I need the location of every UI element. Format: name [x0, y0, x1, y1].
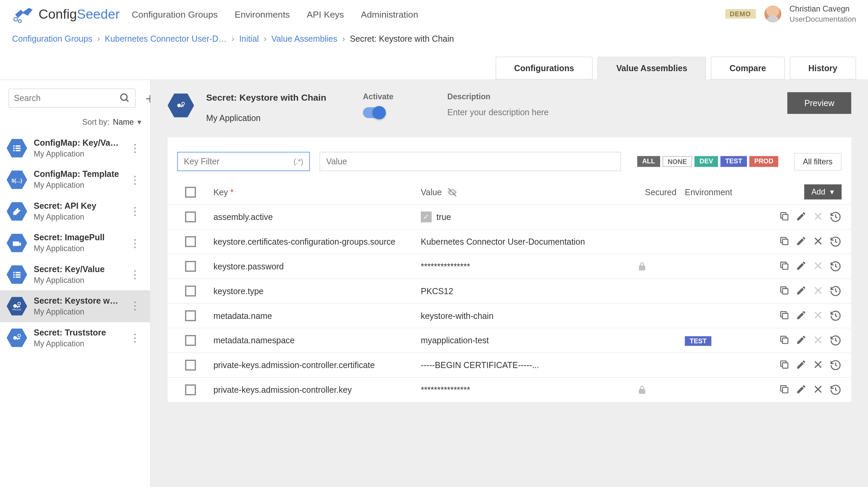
edit-icon[interactable] — [796, 384, 807, 396]
tab-value-assemblies[interactable]: Value Assemblies — [598, 57, 706, 80]
env-chip-test[interactable]: TEST — [721, 156, 747, 167]
history-icon[interactable] — [830, 260, 842, 272]
sidebar-item-0[interactable]: ConfigMap: Key/Value My Application ⋮ — [0, 133, 150, 164]
avatar[interactable] — [764, 6, 781, 23]
kebab-icon[interactable]: ⋮ — [126, 300, 144, 313]
row-checkbox[interactable] — [185, 286, 196, 297]
sidebar-item-1[interactable]: ${...} ConfigMap: Template My Applicatio… — [0, 164, 150, 196]
edit-icon[interactable] — [796, 285, 807, 297]
sidebar-item-5[interactable]: PKCS12 Secret: Keystore with … My Applic… — [0, 290, 150, 322]
copy-icon[interactable] — [779, 236, 790, 248]
kebab-icon[interactable]: ⋮ — [126, 205, 144, 218]
env-chip-dev[interactable]: DEV — [695, 156, 718, 167]
nav-administration[interactable]: Administration — [361, 9, 418, 19]
sidebar-item-title: Secret: Key/Value — [34, 264, 120, 275]
row-checkbox[interactable] — [185, 211, 196, 222]
edit-icon[interactable] — [796, 236, 807, 248]
copy-icon[interactable] — [779, 260, 790, 272]
sidebar-item-6[interactable]: Secret: Truststore My Application ⋮ — [0, 322, 150, 354]
row-checkbox[interactable] — [185, 384, 196, 395]
close-icon[interactable] — [813, 359, 824, 371]
sort-by[interactable]: Sort by: Name ▾ — [0, 113, 150, 133]
row-checkbox[interactable] — [185, 335, 196, 346]
env-chip-prod[interactable]: PROD — [749, 156, 778, 167]
svg-rect-48 — [783, 387, 788, 393]
sidebar-item-3[interactable]: Secret: ImagePull My Application ⋮ — [0, 227, 150, 259]
history-icon[interactable] — [830, 236, 842, 248]
copy-icon[interactable] — [779, 334, 790, 347]
svg-rect-6 — [13, 148, 15, 149]
keystore-icon: PKCS12 — [6, 296, 28, 317]
logo[interactable]: ConfigSeeder — [12, 6, 120, 23]
kebab-icon[interactable]: ⋮ — [126, 268, 144, 281]
activate-toggle[interactable] — [363, 107, 384, 118]
history-icon[interactable] — [830, 359, 842, 371]
close-icon[interactable] — [813, 384, 824, 396]
copy-icon[interactable] — [779, 211, 790, 223]
template-icon: ${...} — [6, 169, 28, 191]
svg-point-23 — [18, 334, 20, 337]
env-chip-none[interactable]: NONE — [662, 156, 692, 167]
key-filter-input[interactable] — [184, 157, 294, 166]
description-input[interactable] — [447, 107, 775, 117]
row-checkbox[interactable] — [185, 310, 196, 321]
row-checkbox[interactable] — [185, 360, 196, 370]
edit-icon[interactable] — [796, 211, 807, 223]
edit-icon[interactable] — [796, 310, 807, 322]
all-filters-button[interactable]: All filters — [794, 153, 842, 170]
edit-icon[interactable] — [796, 334, 807, 347]
preview-button[interactable]: Preview — [787, 92, 851, 114]
row-key: metadata.namespace — [204, 336, 421, 345]
history-icon[interactable] — [830, 334, 842, 347]
kebab-icon[interactable]: ⋮ — [126, 331, 144, 345]
copy-icon[interactable] — [779, 384, 790, 396]
history-icon[interactable] — [830, 310, 842, 322]
value-filter-wrap[interactable] — [319, 152, 621, 171]
sidebar-item-4[interactable]: Secret: Key/Value My Application ⋮ — [0, 259, 150, 290]
search-input[interactable] — [14, 94, 119, 103]
history-icon[interactable] — [830, 285, 842, 297]
env-chip-all[interactable]: ALL — [637, 156, 660, 167]
table-row: private-keys.admission-controller.certif… — [167, 352, 851, 377]
value-filter-input[interactable] — [326, 157, 614, 166]
tab-history[interactable]: History — [790, 57, 856, 80]
edit-icon[interactable] — [796, 359, 807, 371]
kebab-icon[interactable]: ⋮ — [126, 142, 144, 155]
row-checkbox[interactable] — [185, 236, 196, 247]
history-icon[interactable] — [830, 211, 842, 223]
svg-rect-42 — [783, 338, 788, 343]
nav-api-keys[interactable]: API Keys — [307, 9, 344, 19]
user-block[interactable]: Christian Cavegn UserDocumentation — [789, 4, 856, 24]
copy-icon[interactable] — [779, 310, 790, 322]
crumb-2[interactable]: Initial — [239, 34, 259, 43]
key-filter-wrap[interactable]: (.*) — [177, 152, 310, 171]
sidebar-item-2[interactable]: Secret: API Key My Application ⋮ — [0, 196, 150, 227]
tab-compare[interactable]: Compare — [711, 57, 785, 80]
crumb-3[interactable]: Value Assemblies — [271, 34, 337, 43]
crumb-1[interactable]: Kubernetes Connector User-D… — [105, 34, 227, 43]
svg-rect-36 — [783, 289, 788, 294]
svg-point-2 — [121, 94, 127, 101]
row-checkbox[interactable] — [185, 261, 196, 272]
visibility-off-icon[interactable] — [447, 186, 457, 197]
svg-rect-5 — [16, 146, 21, 147]
close-icon[interactable] — [813, 236, 824, 248]
copy-icon[interactable] — [779, 359, 790, 371]
tab-configurations[interactable]: Configurations — [495, 57, 593, 80]
search-input-wrap[interactable] — [8, 88, 136, 108]
kebab-icon[interactable]: ⋮ — [126, 237, 144, 250]
svg-rect-39 — [783, 313, 788, 319]
nav-environments[interactable]: Environments — [235, 9, 290, 19]
add-button[interactable]: Add ▾ — [804, 184, 842, 199]
add-assembly-button[interactable]: ＋ — [143, 88, 151, 108]
edit-icon[interactable] — [796, 260, 807, 272]
select-all-checkbox[interactable] — [185, 186, 196, 197]
kebab-icon[interactable]: ⋮ — [126, 173, 144, 186]
nav-config-groups[interactable]: Configuration Groups — [132, 9, 218, 19]
copy-icon[interactable] — [779, 285, 790, 297]
table-row: keystore.type PKCS12 — [167, 278, 851, 303]
list-icon — [6, 264, 28, 286]
history-icon[interactable] — [830, 384, 842, 396]
crumb-0[interactable]: Configuration Groups — [12, 34, 93, 43]
sidebar-item-sub: My Application — [34, 244, 120, 254]
